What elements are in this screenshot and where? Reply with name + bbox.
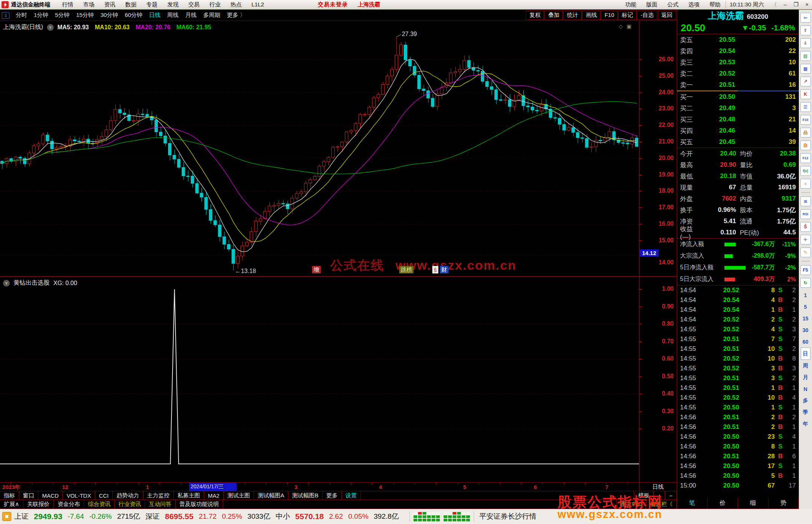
strip-period-N[interactable]: N <box>803 383 807 395</box>
strip-period-周[interactable]: 周 <box>803 360 808 371</box>
refresh-icon[interactable]: ↻ <box>800 278 811 288</box>
tab-互动问答[interactable]: 互动问答 <box>145 500 176 509</box>
tab-更多[interactable]: 更多 <box>323 491 342 500</box>
s-icon[interactable]: Ŝ <box>800 222 811 232</box>
period-分时[interactable]: 分时 <box>12 12 30 19</box>
toolbar-统计[interactable]: 统计 <box>564 11 582 20</box>
menu-发现[interactable]: 发现 <box>162 1 183 8</box>
down-icon[interactable]: ⇩ <box>800 38 811 48</box>
menu-公式[interactable]: 公式 <box>662 1 683 8</box>
chevron-down-icon[interactable]: ∨ <box>47 24 54 31</box>
multi-quote-icon[interactable]: ☰ <box>800 102 811 112</box>
menu-版面[interactable]: 版面 <box>641 1 662 8</box>
info-badge-2[interactable]: ŝ <box>432 266 438 273</box>
toolbar-画线[interactable]: 画线 <box>582 11 600 20</box>
tab-资金分布[interactable]: 资金分布 <box>54 500 84 509</box>
kline-icon[interactable]: K <box>800 89 811 99</box>
tab-指标[interactable]: 指标 <box>0 491 19 500</box>
tab-扩展∧[interactable]: 扩展∧ <box>0 500 23 509</box>
f5-icon[interactable]: F5 <box>800 265 811 275</box>
menu-数据[interactable]: 数据 <box>120 1 141 8</box>
tab-测试主图[interactable]: 测试主图 <box>224 491 254 500</box>
strip-period-季[interactable]: 季 <box>803 406 808 418</box>
trend-line-icon[interactable]: ↗ <box>800 77 811 86</box>
minimize-window-button[interactable]: – <box>780 1 790 8</box>
main-chart-panel[interactable]: 27.39←13.18 上海洗霸(日线) ∨ MA5: 20.93MA10: 2… <box>0 21 677 277</box>
f12-icon[interactable]: F12 <box>800 153 811 163</box>
menu-资讯[interactable]: 资讯 <box>99 1 120 8</box>
chart-corner-icons[interactable]: ◇▣ <box>619 23 635 29</box>
circle-icon[interactable]: ○ <box>800 179 811 189</box>
quote-tab-势[interactable]: 势 <box>768 498 799 509</box>
tab-主力监控[interactable]: 主力监控 <box>143 491 174 500</box>
self-stock-icon[interactable]: 自 <box>800 140 811 150</box>
toolbar-叠加[interactable]: 叠加 <box>545 11 563 20</box>
active-stock-label[interactable]: 上海洗霸 <box>358 1 380 8</box>
quote-tab-细[interactable]: 细 <box>738 498 768 509</box>
f10-icon[interactable]: F10 <box>800 115 811 125</box>
strip-period-多[interactable]: 多 <box>803 395 808 406</box>
menu-专题[interactable]: 专题 <box>141 1 162 8</box>
strip-period-年[interactable]: 年 <box>803 418 808 430</box>
menu-热点[interactable]: 热点 <box>226 1 247 8</box>
strip-period-30[interactable]: 30 <box>803 324 809 336</box>
strip-period-15[interactable]: 15 <box>803 313 809 324</box>
tab-普及版功能说明[interactable]: 普及版功能说明 <box>176 500 223 509</box>
tab-CCI[interactable]: CCI <box>95 491 113 500</box>
strip-period-日[interactable]: 日 <box>801 347 810 360</box>
move-icon[interactable]: ✛ <box>800 235 811 245</box>
login-status[interactable]: 交易未登录 <box>318 1 348 8</box>
close-window-button[interactable]: × <box>802 1 812 8</box>
toolbar-标记[interactable]: 标记 <box>618 11 636 20</box>
tab-私募主图[interactable]: 私募主图 <box>174 491 204 500</box>
tab-MACD[interactable]: MACD <box>38 491 63 500</box>
toolbar-返回[interactable]: 返回 <box>658 11 676 20</box>
info-badge-0[interactable]: 增 <box>312 266 321 273</box>
tab-测试幅图A[interactable]: 测试幅图A <box>254 491 288 500</box>
quote-header[interactable]: 上海洗霸 603200 <box>677 10 799 22</box>
strip-period-1[interactable]: 1 <box>804 289 807 301</box>
menu-功能[interactable]: 功能 <box>620 1 641 8</box>
tab-趋势动力[interactable]: 趋势动力 <box>113 491 143 500</box>
restore-window-button[interactable]: ❐ <box>790 1 802 8</box>
rsi-icon[interactable]: RSI <box>800 209 811 219</box>
menu-市场[interactable]: 市场 <box>78 1 99 8</box>
tab-VOL-TDX[interactable]: VOL-TDX <box>63 491 95 500</box>
toolbar-复权[interactable]: 复权 <box>526 11 544 20</box>
quote-tab-笔[interactable]: 笔 <box>677 498 707 509</box>
time-axis[interactable]: 2023年1212345672024/01/17/三日线 <box>0 483 677 491</box>
menu-L1L2[interactable]: L1L2 <box>247 1 269 8</box>
info-badge-1[interactable]: 跳榜 <box>399 266 414 273</box>
period-多周期[interactable]: 多周期 <box>200 12 224 19</box>
tab-设置[interactable]: 设置 <box>342 491 361 500</box>
tab-综合资讯[interactable]: 综合资讯 <box>84 500 115 509</box>
toolbar-F10[interactable]: F10 <box>601 11 618 20</box>
menu-帮助[interactable]: 帮助 <box>704 1 726 8</box>
menu-行业[interactable]: 行业 <box>205 1 226 8</box>
strip-period-5[interactable]: 5 <box>804 301 807 313</box>
quote-table-icon[interactable]: ▦ <box>800 64 811 74</box>
back-icon[interactable]: ⇦ <box>800 13 811 23</box>
period-更多 〉[interactable]: 更多 〉 <box>224 12 249 19</box>
info-badge-3[interactable]: 财 <box>440 266 448 273</box>
up-icon[interactable]: ⇧ <box>800 26 811 35</box>
period-日线[interactable]: 日线 <box>146 12 164 19</box>
quote-tab-价[interactable]: 价 <box>707 498 738 509</box>
indicator-panel[interactable]: ∨ 黄钻出击选股 XG: 0.00 1.000.900.800.700.600.… <box>0 277 677 483</box>
layout-icon[interactable]: ▯ <box>2 12 9 19</box>
period-月线[interactable]: 月线 <box>182 12 200 19</box>
pencil-icon[interactable]: ✎ <box>800 248 811 257</box>
chevron-down-icon[interactable]: ∨ <box>3 280 10 287</box>
button-−[interactable]: − <box>665 491 677 500</box>
tab-关联报价[interactable]: 关联报价 <box>23 500 54 509</box>
strip-period-60[interactable]: 60 <box>803 336 809 347</box>
tab-测试幅图B[interactable]: 测试幅图B <box>288 491 323 500</box>
period-5分钟[interactable]: 5分钟 <box>52 12 73 19</box>
tab-MA2[interactable]: MA2 <box>204 491 224 500</box>
period-30分钟[interactable]: 30分钟 <box>97 12 121 19</box>
status-icon[interactable] <box>2 512 11 521</box>
tab-窗口[interactable]: 窗口 <box>19 491 38 500</box>
period-1分钟[interactable]: 1分钟 <box>30 12 52 19</box>
waves-icon[interactable]: ≋ <box>800 196 811 206</box>
tree-icon[interactable]: 品 <box>800 128 811 137</box>
